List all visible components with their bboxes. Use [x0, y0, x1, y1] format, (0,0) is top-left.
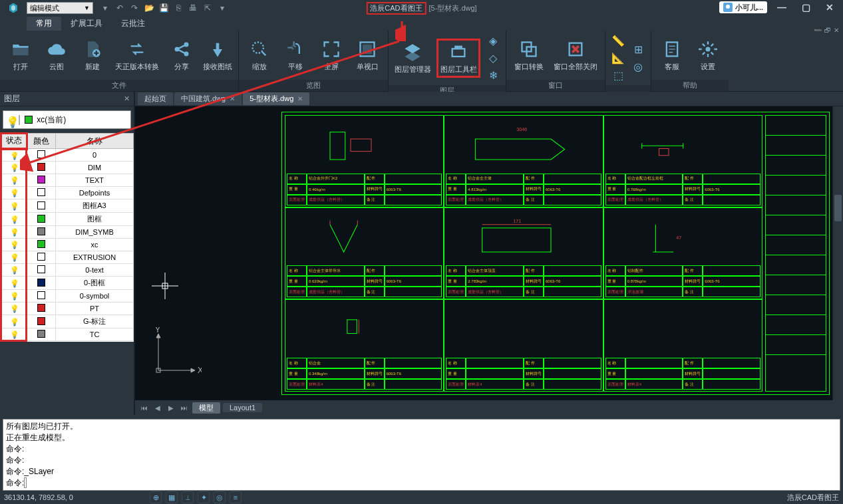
layer-freeze-icon[interactable]: ❄ [486, 68, 500, 82]
measure-icon-5[interactable]: ◎ [631, 59, 645, 74]
mode-combo[interactable]: 编辑模式 ▼ [27, 2, 93, 14]
polar-toggle-icon[interactable]: ✦ [198, 491, 210, 503]
zoom-button[interactable]: 缩放 [244, 39, 275, 72]
layer-state-cell[interactable]: 💡 [1, 303, 27, 315]
layer-name-cell[interactable]: 0-text [56, 264, 134, 277]
mdi-restore-icon[interactable]: 🗗 [824, 27, 831, 34]
lineweight-toggle-icon[interactable]: ≡ [230, 491, 242, 503]
receive-button[interactable]: 接收图纸 [202, 39, 233, 72]
ribbon-tab-extend[interactable]: 扩展工具 [61, 17, 112, 31]
layer-name-cell[interactable]: G-标注 [56, 315, 134, 328]
mdi-minimize-icon[interactable]: ➖ [814, 27, 822, 34]
osnap-toggle-icon[interactable]: ◎ [214, 491, 226, 503]
ribbon-tab-cloud[interactable]: 云批注 [112, 17, 154, 31]
layout-tab[interactable]: Layout1 [223, 403, 262, 412]
layer-name-cell[interactable]: Defpoints [56, 187, 134, 199]
layer-name-cell[interactable]: TEXT [56, 174, 134, 187]
tab-nav-first-icon[interactable]: ⏮ [139, 402, 150, 413]
layer-color-cell[interactable] [27, 239, 56, 251]
layer-name-cell[interactable]: TC [56, 328, 134, 341]
layer-state-cell[interactable]: 💡 [1, 328, 27, 341]
undo-icon[interactable]: ↶ [114, 3, 125, 13]
scrollbar-thumb[interactable] [834, 195, 842, 221]
measure-icon-1[interactable]: 📏 [611, 33, 625, 48]
layer-state-cell[interactable]: 💡 [1, 226, 27, 239]
layer-state-cell[interactable]: 💡 [1, 290, 27, 303]
cloud-button[interactable]: 云图 [41, 39, 72, 72]
share-button[interactable]: 分享 [166, 39, 197, 72]
minimize-button[interactable]: — [772, 1, 791, 13]
new-button[interactable]: 新建 [77, 39, 108, 72]
layer-row[interactable]: 💡PT [1, 303, 134, 315]
layer-color-cell[interactable] [27, 199, 56, 213]
layer-color-cell[interactable] [27, 277, 56, 290]
vertical-scrollbar[interactable] [832, 106, 843, 400]
header-color[interactable]: 颜色 [27, 134, 56, 149]
saveas-icon[interactable]: ⎘ [173, 3, 184, 13]
measure-icon-4[interactable]: ⊞ [631, 42, 645, 57]
layer-row[interactable]: 💡0 [1, 149, 134, 162]
layer-row[interactable]: 💡xc [1, 239, 134, 251]
tab-nav-next-icon[interactable]: ▶ [166, 402, 176, 413]
layer-color-cell[interactable] [27, 213, 56, 226]
drawing-viewport[interactable]: X Y 名 称铝合金外开门K2配 件重 量0.46kg/m材料牌号6063-T6… [135, 106, 843, 400]
layer-state-cell[interactable]: 💡 [1, 199, 27, 213]
layer-color-cell[interactable] [27, 264, 56, 277]
layer-name-cell[interactable]: 0-图框 [56, 277, 134, 290]
layer-row[interactable]: 💡TC [1, 328, 134, 341]
close-all-windows-button[interactable]: 窗口全部关闭 [552, 39, 599, 72]
layer-state-cell[interactable]: 💡 [1, 187, 27, 199]
layer-row[interactable]: 💡0-图框 [1, 277, 134, 290]
layer-toolbar-button[interactable]: 图层工具栏 [440, 42, 477, 74]
snap-toggle-icon[interactable]: ⊕ [150, 491, 162, 503]
layer-name-cell[interactable]: 图框A3 [56, 199, 134, 213]
user-pill[interactable]: 小可儿... [719, 1, 767, 13]
layer-name-cell[interactable]: xc [56, 239, 134, 251]
layer-state-cell[interactable]: 💡 [1, 264, 27, 277]
layer-color-cell[interactable] [27, 251, 56, 264]
layer-panel-close-icon[interactable]: ✕ [124, 94, 130, 103]
layer-row[interactable]: 💡DIM_SYMB [1, 226, 134, 239]
command-input[interactable] [24, 477, 27, 488]
window-switch-button[interactable]: 窗口转换 [512, 39, 546, 72]
layer-color-cell[interactable] [27, 149, 56, 162]
layer-row[interactable]: 💡图框A3 [1, 199, 134, 213]
layer-on-icon[interactable]: ◈ [486, 33, 500, 48]
layer-row[interactable]: 💡0-symbol [1, 290, 134, 303]
current-layer-row[interactable]: 💡 | xc(当前) [3, 110, 131, 129]
layer-row[interactable]: 💡0-text [1, 264, 134, 277]
doc-tab-start[interactable]: 起始页 [138, 92, 173, 105]
doc-tab-1[interactable]: 中国建筑.dwg✕ [174, 92, 242, 105]
open-icon[interactable]: 📂 [144, 3, 154, 13]
close-button[interactable]: ✕ [820, 1, 839, 13]
pan-button[interactable]: 平移 [280, 39, 311, 72]
fullscreen-button[interactable]: 全屏 [316, 39, 347, 72]
layer-color-cell[interactable] [27, 162, 56, 174]
layer-color-cell[interactable] [27, 328, 56, 341]
layer-name-cell[interactable]: 图框 [56, 213, 134, 226]
maximize-button[interactable]: ▢ [796, 1, 815, 13]
header-name[interactable]: 名称 [56, 134, 134, 149]
layer-row[interactable]: 💡图框 [1, 213, 134, 226]
save-icon[interactable]: 💾 [158, 3, 169, 13]
layer-off-icon[interactable]: ◇ [486, 51, 500, 65]
layer-state-cell[interactable]: 💡 [1, 174, 27, 187]
layer-state-cell[interactable]: 💡 [1, 315, 27, 328]
layer-state-cell[interactable]: 💡 [1, 213, 27, 226]
tab-nav-prev-icon[interactable]: ◀ [152, 402, 163, 413]
layer-state-cell[interactable]: 💡 [1, 251, 27, 264]
layer-state-cell[interactable]: 💡 [1, 277, 27, 290]
layer-state-cell[interactable]: 💡 [1, 239, 27, 251]
layer-row[interactable]: 💡DIM [1, 162, 134, 174]
qat-more-icon[interactable]: ▾ [217, 3, 228, 13]
close-icon[interactable]: ✕ [230, 95, 235, 102]
layer-name-cell[interactable]: EXTRUSION [56, 251, 134, 264]
redo-icon[interactable]: ↷ [129, 3, 140, 13]
convert-button[interactable]: 天正版本转换 [113, 39, 161, 72]
layer-name-cell[interactable]: 0 [56, 149, 134, 162]
measure-icon-3[interactable]: ⬚ [611, 68, 625, 82]
layer-color-cell[interactable] [27, 174, 56, 187]
print-icon[interactable]: 🖶 [188, 3, 198, 13]
doc-tab-2[interactable]: 5-型材表.dwg✕ [243, 92, 309, 105]
command-window[interactable]: 所有图层均已打开。 正在重生成模型。 命令: 命令: 命令:_SLayer 命令… [3, 419, 840, 491]
